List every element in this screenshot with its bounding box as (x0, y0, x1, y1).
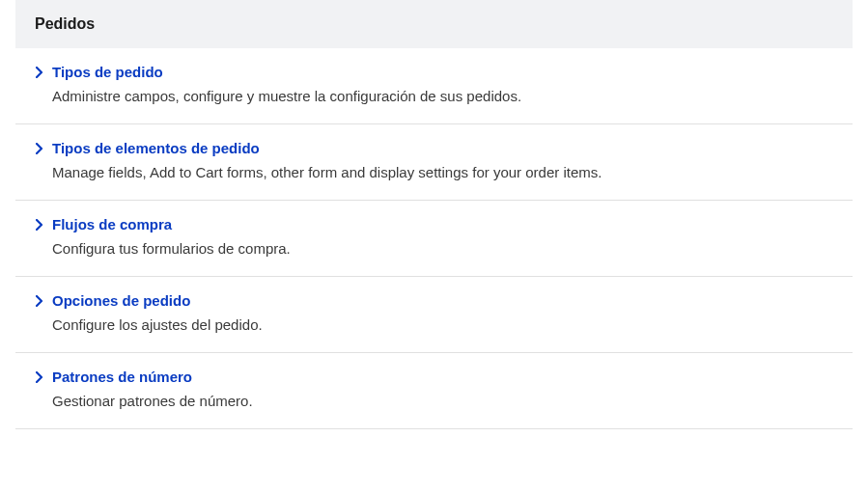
item-title-link[interactable]: Patrones de número (52, 369, 192, 385)
chevron-right-icon (35, 68, 44, 77)
settings-list: Tipos de pedido Administre campos, confi… (15, 48, 853, 429)
chevron-right-icon (35, 220, 44, 230)
list-item: Tipos de pedido Administre campos, confi… (15, 48, 853, 124)
list-item: Tipos de elementos de pedido Manage fiel… (15, 124, 853, 201)
item-title-row[interactable]: Tipos de pedido (35, 64, 833, 80)
item-description: Manage fields, Add to Cart forms, other … (35, 162, 833, 182)
item-description: Configura tus formularios de compra. (35, 238, 833, 259)
list-item: Opciones de pedido Configure los ajustes… (15, 277, 853, 353)
item-description: Gestionar patrones de número. (35, 391, 833, 411)
item-description: Configure los ajustes del pedido. (35, 314, 833, 335)
chevron-right-icon (35, 144, 44, 153)
settings-section: Pedidos Tipos de pedido Administre campo… (0, 0, 868, 429)
section-title: Pedidos (35, 15, 95, 32)
item-title-row[interactable]: Patrones de número (35, 369, 833, 385)
item-title-link[interactable]: Opciones de pedido (52, 292, 190, 309)
list-item: Patrones de número Gestionar patrones de… (15, 353, 853, 429)
chevron-right-icon (35, 296, 44, 306)
item-title-link[interactable]: Tipos de elementos de pedido (52, 140, 260, 156)
item-title-link[interactable]: Flujos de compra (52, 216, 172, 232)
item-description: Administre campos, configure y muestre l… (35, 86, 833, 106)
item-title-row[interactable]: Flujos de compra (35, 216, 833, 232)
section-header: Pedidos (15, 0, 853, 48)
list-item: Flujos de compra Configura tus formulari… (15, 201, 853, 277)
item-title-row[interactable]: Tipos de elementos de pedido (35, 140, 833, 156)
item-title-link[interactable]: Tipos de pedido (52, 64, 163, 80)
chevron-right-icon (35, 372, 44, 382)
item-title-row[interactable]: Opciones de pedido (35, 292, 833, 309)
